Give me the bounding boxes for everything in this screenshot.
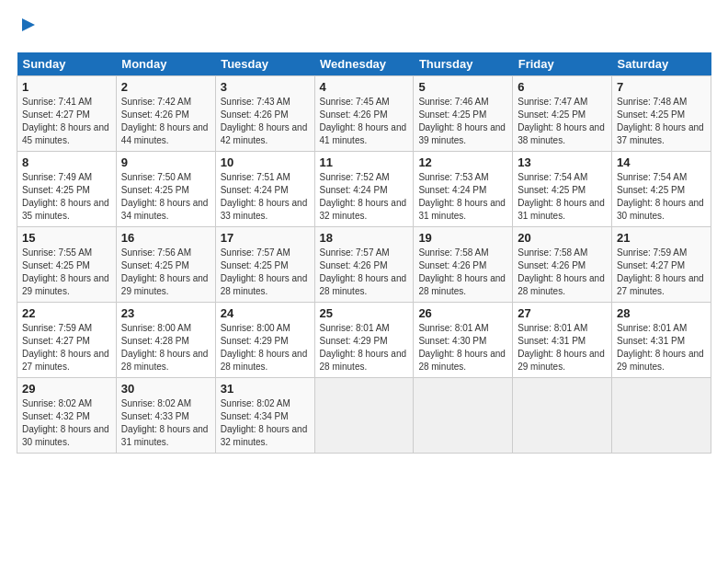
day-info: Sunrise: 7:47 AMSunset: 4:25 PMDaylight:…: [518, 97, 605, 145]
day-info: Sunrise: 8:02 AMSunset: 4:32 PMDaylight:…: [22, 398, 109, 447]
table-row: 31 Sunrise: 8:02 AMSunset: 4:34 PMDaylig…: [215, 377, 314, 453]
day-info: Sunrise: 7:56 AMSunset: 4:25 PMDaylight:…: [121, 247, 209, 296]
day-number: 23: [121, 306, 210, 320]
day-info: Sunrise: 8:00 AMSunset: 4:29 PMDaylight:…: [221, 323, 308, 372]
table-row: 22 Sunrise: 7:59 AMSunset: 4:27 PMDaylig…: [17, 302, 117, 377]
day-number: 22: [22, 306, 111, 320]
day-number: 16: [121, 231, 210, 245]
table-row: 27 Sunrise: 8:01 AMSunset: 4:31 PMDaylig…: [513, 302, 612, 377]
day-number: 28: [617, 306, 706, 320]
day-number: 5: [418, 80, 507, 94]
day-number: 27: [518, 306, 607, 320]
table-row: 17 Sunrise: 7:57 AMSunset: 4:25 PMDaylig…: [215, 226, 314, 302]
week-row: 29 Sunrise: 8:02 AMSunset: 4:32 PMDaylig…: [17, 377, 711, 453]
day-info: Sunrise: 8:01 AMSunset: 4:29 PMDaylight:…: [320, 323, 407, 372]
col-saturday: Saturday: [612, 52, 711, 76]
day-number: 3: [221, 80, 310, 94]
day-info: Sunrise: 7:43 AMSunset: 4:26 PMDaylight:…: [221, 97, 308, 145]
day-number: 7: [617, 80, 706, 94]
day-number: 25: [320, 306, 409, 320]
day-info: Sunrise: 7:50 AMSunset: 4:25 PMDaylight:…: [121, 172, 209, 221]
day-number: 19: [418, 231, 507, 245]
day-info: Sunrise: 7:58 AMSunset: 4:26 PMDaylight:…: [418, 247, 506, 296]
day-info: Sunrise: 7:49 AMSunset: 4:25 PMDaylight:…: [22, 172, 109, 221]
day-number: 14: [617, 155, 706, 169]
day-info: Sunrise: 7:52 AMSunset: 4:24 PMDaylight:…: [320, 172, 407, 221]
day-info: Sunrise: 7:46 AMSunset: 4:25 PMDaylight:…: [418, 97, 506, 145]
day-number: 20: [518, 231, 607, 245]
table-row: 9 Sunrise: 7:50 AMSunset: 4:25 PMDayligh…: [116, 151, 215, 226]
day-info: Sunrise: 7:48 AMSunset: 4:25 PMDaylight:…: [617, 97, 704, 145]
day-number: 21: [617, 231, 706, 245]
day-number: 13: [518, 155, 607, 169]
day-info: Sunrise: 7:51 AMSunset: 4:24 PMDaylight:…: [221, 172, 308, 221]
table-row: 7 Sunrise: 7:48 AMSunset: 4:25 PMDayligh…: [612, 75, 711, 151]
table-row: 24 Sunrise: 8:00 AMSunset: 4:29 PMDaylig…: [215, 302, 314, 377]
page: Sunday Monday Tuesday Wednesday Thursday…: [0, 0, 728, 463]
day-info: Sunrise: 7:42 AMSunset: 4:26 PMDaylight:…: [121, 97, 209, 145]
day-info: Sunrise: 8:01 AMSunset: 4:30 PMDaylight:…: [418, 323, 506, 372]
day-info: Sunrise: 7:57 AMSunset: 4:26 PMDaylight:…: [320, 247, 407, 296]
day-number: 10: [221, 155, 310, 169]
day-number: 1: [22, 80, 111, 94]
day-number: 15: [22, 231, 111, 245]
table-row: 15 Sunrise: 7:55 AMSunset: 4:25 PMDaylig…: [17, 226, 117, 302]
col-sunday: Sunday: [17, 52, 117, 76]
table-row: [513, 377, 612, 453]
day-info: Sunrise: 7:45 AMSunset: 4:26 PMDaylight:…: [320, 97, 407, 145]
table-row: 10 Sunrise: 7:51 AMSunset: 4:24 PMDaylig…: [215, 151, 314, 226]
table-row: 2 Sunrise: 7:42 AMSunset: 4:26 PMDayligh…: [116, 75, 215, 151]
day-info: Sunrise: 7:53 AMSunset: 4:24 PMDaylight:…: [418, 172, 506, 221]
table-row: 14 Sunrise: 7:54 AMSunset: 4:25 PMDaylig…: [612, 151, 711, 226]
week-row: 1 Sunrise: 7:41 AMSunset: 4:27 PMDayligh…: [17, 75, 711, 151]
day-number: 4: [320, 80, 409, 94]
table-row: [612, 377, 711, 453]
day-number: 18: [320, 231, 409, 245]
col-monday: Monday: [116, 52, 215, 76]
day-info: Sunrise: 8:01 AMSunset: 4:31 PMDaylight:…: [518, 323, 605, 372]
table-row: 20 Sunrise: 7:58 AMSunset: 4:26 PMDaylig…: [513, 226, 612, 302]
table-row: 16 Sunrise: 7:56 AMSunset: 4:25 PMDaylig…: [116, 226, 215, 302]
day-number: 8: [22, 155, 111, 169]
calendar-body: 1 Sunrise: 7:41 AMSunset: 4:27 PMDayligh…: [17, 75, 711, 453]
table-row: [414, 377, 513, 453]
day-info: Sunrise: 7:58 AMSunset: 4:26 PMDaylight:…: [518, 247, 605, 296]
table-row: 4 Sunrise: 7:45 AMSunset: 4:26 PMDayligh…: [314, 75, 414, 151]
week-row: 15 Sunrise: 7:55 AMSunset: 4:25 PMDaylig…: [17, 226, 711, 302]
day-info: Sunrise: 8:00 AMSunset: 4:28 PMDaylight:…: [121, 323, 209, 372]
day-info: Sunrise: 7:55 AMSunset: 4:25 PMDaylight:…: [22, 247, 109, 296]
table-row: 28 Sunrise: 8:01 AMSunset: 4:31 PMDaylig…: [612, 302, 711, 377]
logo: [17, 17, 39, 41]
day-number: 24: [221, 306, 310, 320]
header: [17, 17, 711, 41]
day-info: Sunrise: 8:02 AMSunset: 4:34 PMDaylight:…: [221, 398, 308, 447]
day-number: 6: [518, 80, 607, 94]
logo-text: [17, 17, 39, 41]
day-number: 12: [418, 155, 507, 169]
day-number: 26: [418, 306, 507, 320]
table-row: 18 Sunrise: 7:57 AMSunset: 4:26 PMDaylig…: [314, 226, 414, 302]
logo-flag-icon: [18, 17, 39, 37]
day-number: 2: [121, 80, 210, 94]
col-thursday: Thursday: [414, 52, 513, 76]
table-row: 29 Sunrise: 8:02 AMSunset: 4:32 PMDaylig…: [17, 377, 117, 453]
calendar-table: Sunday Monday Tuesday Wednesday Thursday…: [17, 52, 711, 454]
col-wednesday: Wednesday: [314, 52, 414, 76]
table-row: 5 Sunrise: 7:46 AMSunset: 4:25 PMDayligh…: [414, 75, 513, 151]
table-row: 12 Sunrise: 7:53 AMSunset: 4:24 PMDaylig…: [414, 151, 513, 226]
day-info: Sunrise: 8:02 AMSunset: 4:33 PMDaylight:…: [121, 398, 209, 447]
day-number: 17: [221, 231, 310, 245]
day-number: 31: [221, 382, 310, 396]
table-row: 1 Sunrise: 7:41 AMSunset: 4:27 PMDayligh…: [17, 75, 117, 151]
day-info: Sunrise: 7:59 AMSunset: 4:27 PMDaylight:…: [22, 323, 109, 372]
table-row: 8 Sunrise: 7:49 AMSunset: 4:25 PMDayligh…: [17, 151, 117, 226]
table-row: [314, 377, 414, 453]
header-row: Sunday Monday Tuesday Wednesday Thursday…: [17, 52, 711, 76]
table-row: 25 Sunrise: 8:01 AMSunset: 4:29 PMDaylig…: [314, 302, 414, 377]
table-row: 26 Sunrise: 8:01 AMSunset: 4:30 PMDaylig…: [414, 302, 513, 377]
day-number: 29: [22, 382, 111, 396]
table-row: 3 Sunrise: 7:43 AMSunset: 4:26 PMDayligh…: [215, 75, 314, 151]
day-info: Sunrise: 7:54 AMSunset: 4:25 PMDaylight:…: [617, 172, 704, 221]
table-row: 13 Sunrise: 7:54 AMSunset: 4:25 PMDaylig…: [513, 151, 612, 226]
table-row: 30 Sunrise: 8:02 AMSunset: 4:33 PMDaylig…: [116, 377, 215, 453]
